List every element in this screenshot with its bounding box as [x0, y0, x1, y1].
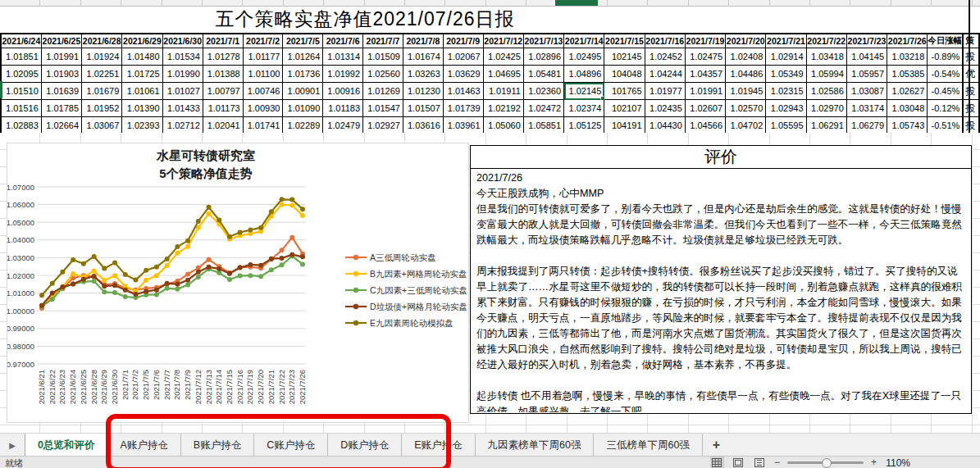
cutoff-header-cell[interactable]: 策 — [963, 34, 979, 48]
value-cell[interactable]: 1.01516 — [1, 100, 41, 117]
value-cell[interactable]: 1.01230 — [403, 83, 443, 100]
daily-change-cell[interactable]: -0.89% — [928, 48, 964, 66]
value-cell[interactable]: 1.01903 — [41, 66, 81, 83]
value-cell[interactable]: 1.00797 — [203, 83, 243, 100]
value-cell[interactable]: 1.03616 — [403, 117, 443, 134]
value-cell[interactable]: 1.01990 — [162, 66, 203, 83]
value-cell[interactable]: 1.01739 — [443, 100, 483, 117]
value-cell[interactable]: 1.03174 — [846, 100, 887, 117]
date-header-cell[interactable]: 2021/7/26 — [887, 34, 928, 48]
zoom-out-button[interactable]: − — [774, 457, 780, 468]
value-cell[interactable]: 1.01510 — [1, 83, 41, 100]
sheet-tab-0总览和评价[interactable]: 0总览和评价 — [25, 434, 107, 457]
value-cell[interactable]: 1.02495 — [564, 48, 604, 66]
value-cell[interactable]: 1.02883 — [1, 117, 41, 134]
zoom-slider[interactable] — [787, 461, 864, 464]
value-cell[interactable]: 1.05481 — [523, 66, 563, 83]
value-cell[interactable]: 1.04566 — [685, 117, 725, 134]
date-header-cell[interactable]: 2021/7/20 — [726, 34, 766, 48]
date-header-cell[interactable]: 2021/6/29 — [122, 34, 162, 48]
value-cell[interactable]: 1.02192 — [483, 100, 523, 117]
value-cell[interactable]: 1.02067 — [443, 48, 483, 66]
sheet-tab-九因素榜单下周60强[interactable]: 九因素榜单下周60强 — [476, 434, 595, 457]
value-cell[interactable]: 1.02586 — [806, 83, 846, 100]
zoom-level-label[interactable]: 110% — [884, 457, 910, 468]
value-cell[interactable]: 1.05994 — [806, 66, 846, 83]
value-cell[interactable]: 1.01992 — [323, 66, 363, 83]
value-cell[interactable]: 1.01977 — [645, 83, 685, 100]
value-cell[interactable]: 1.02041 — [203, 117, 243, 134]
value-cell[interactable]: 1.02393 — [122, 117, 162, 134]
date-header-cell[interactable]: 2021/7/22 — [806, 34, 846, 48]
date-header-cell[interactable]: 2021/7/16 — [645, 34, 685, 48]
sheet-tab-E账户持仓[interactable]: E账户持仓 — [402, 434, 475, 457]
date-header-cell[interactable]: 2021/7/8 — [403, 34, 443, 48]
cutoff-cell[interactable]: 优 — [963, 66, 979, 83]
value-cell[interactable]: 1.02479 — [323, 117, 363, 134]
tab-scroll-right-icon[interactable]: ▶ — [0, 434, 25, 457]
value-cell[interactable]: 1.04430 — [645, 117, 685, 134]
value-cell[interactable]: 1.03263 — [403, 66, 443, 83]
value-cell[interactable]: 1.02251 — [82, 66, 122, 83]
value-cell[interactable]: 1.01679 — [82, 83, 122, 100]
date-header-cell[interactable]: 2021/7/12 — [483, 34, 523, 48]
date-header-cell[interactable]: 2021/7/2 — [243, 34, 283, 48]
value-cell[interactable]: 104191 — [604, 117, 645, 134]
value-cell[interactable]: 1.05851 — [523, 117, 563, 134]
cutoff-cell[interactable]: 投 — [963, 117, 979, 134]
value-cell[interactable]: 1.01736 — [283, 66, 323, 83]
value-cell[interactable]: 1.01991 — [685, 83, 725, 100]
value-cell[interactable]: 1.02570 — [726, 100, 766, 117]
add-sheet-button[interactable]: + — [703, 434, 730, 457]
value-cell[interactable]: 1.05060 — [483, 117, 523, 134]
value-cell[interactable]: 101765 — [604, 83, 645, 100]
date-header-cell[interactable]: 2021/7/13 — [523, 34, 563, 48]
date-header-cell[interactable]: 2021/7/1 — [203, 34, 243, 48]
value-cell[interactable]: 1.01090 — [283, 100, 323, 117]
value-cell[interactable]: 1.06291 — [806, 117, 846, 134]
value-cell[interactable]: 1.00746 — [243, 83, 283, 100]
value-cell[interactable]: 1.02970 — [806, 100, 846, 117]
value-cell[interactable]: 1.00930 — [243, 100, 283, 117]
value-cell[interactable]: 1.03418 — [806, 48, 846, 66]
value-cell[interactable]: 1.00916 — [323, 83, 363, 100]
value-cell[interactable]: 1.01177 — [243, 48, 283, 66]
daily-change-cell[interactable]: -0.51% — [928, 117, 964, 134]
value-cell[interactable]: 1.05595 — [766, 117, 806, 134]
value-cell[interactable]: 1.05957 — [846, 66, 887, 83]
value-cell[interactable]: 1.02664 — [41, 117, 81, 134]
value-cell[interactable]: 1.02472 — [523, 100, 563, 117]
value-cell[interactable]: 1.02315 — [766, 83, 806, 100]
date-header-cell[interactable]: 2021/7/14 — [564, 34, 604, 48]
value-cell[interactable]: 102145 — [604, 48, 645, 66]
date-header-cell[interactable]: 2021/7/19 — [685, 34, 725, 48]
sheet-tab-三低榜单下周60强[interactable]: 三低榜单下周60强 — [594, 434, 702, 457]
value-cell[interactable]: 1.02607 — [685, 100, 725, 117]
date-header-cell[interactable]: 2021/7/7 — [363, 34, 403, 48]
value-cell[interactable]: 1.01725 — [122, 66, 162, 83]
daily-change-cell[interactable]: -0.45% — [928, 83, 964, 100]
page-break-view-icon[interactable] — [753, 457, 767, 468]
date-header-cell[interactable]: 2021/6/30 — [162, 34, 203, 48]
value-cell[interactable]: 1.02374 — [564, 100, 604, 117]
value-cell[interactable]: 1.04486 — [726, 66, 766, 83]
value-cell[interactable]: 1.01100 — [243, 66, 283, 83]
value-cell[interactable]: 1.02360 — [523, 83, 563, 100]
date-header-cell[interactable]: 2021/6/28 — [82, 34, 122, 48]
value-cell[interactable]: 1.02560 — [363, 66, 403, 83]
value-cell[interactable]: 104048 — [604, 66, 645, 83]
value-cell[interactable]: 1.01851 — [1, 48, 41, 66]
value-cell[interactable]: 1.02145 — [564, 83, 604, 100]
value-cell[interactable]: 1.02914 — [766, 48, 806, 66]
value-cell[interactable]: 1.02289 — [283, 117, 323, 134]
value-cell[interactable]: 1.01480 — [122, 48, 162, 66]
value-cell[interactable]: 1.06279 — [846, 117, 887, 134]
value-cell[interactable]: 1.01173 — [203, 100, 243, 117]
date-header-cell[interactable]: 2021/7/23 — [846, 34, 887, 48]
value-cell[interactable]: 1.02408 — [726, 48, 766, 66]
value-cell[interactable]: 1.05125 — [564, 117, 604, 134]
value-cell[interactable]: 1.01924 — [82, 48, 122, 66]
cutoff-cell[interactable]: 投 — [963, 100, 979, 117]
value-cell[interactable]: 1.01911 — [483, 83, 523, 100]
date-header-cell[interactable]: 2021/7/15 — [604, 34, 645, 48]
